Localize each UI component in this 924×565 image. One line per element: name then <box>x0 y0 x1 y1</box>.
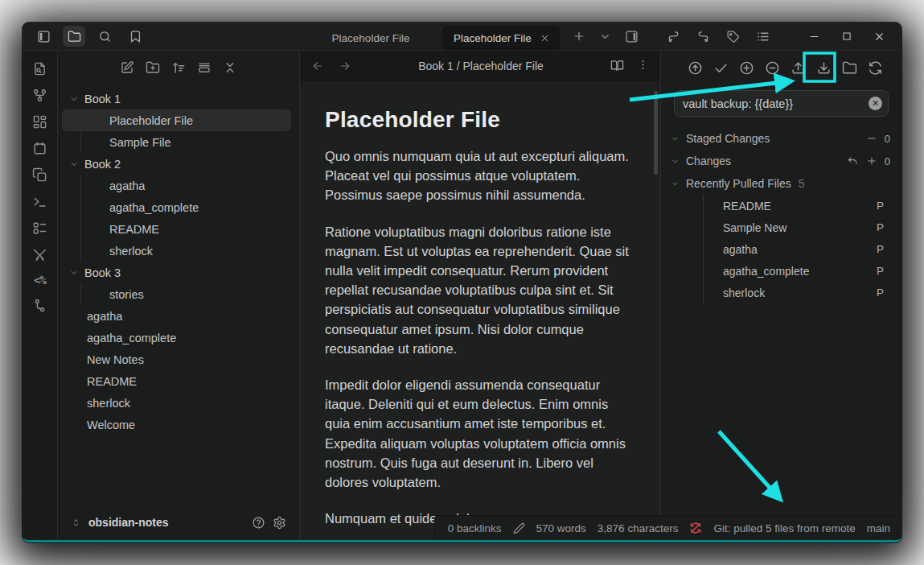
git-branch: main <box>867 522 890 534</box>
tags-button[interactable] <box>726 30 740 43</box>
new-note-button[interactable] <box>120 60 134 75</box>
editor-scrollbar[interactable] <box>654 91 658 175</box>
new-tab-button[interactable] <box>573 30 585 43</box>
tree-file[interactable]: sherlock <box>81 240 299 262</box>
maximize-button[interactable] <box>841 31 852 42</box>
pull-button[interactable] <box>816 60 832 76</box>
unstage-all-button[interactable] <box>765 60 780 76</box>
forward-button[interactable] <box>339 60 351 72</box>
file-label: agatha_complete <box>87 332 176 344</box>
tree-file[interactable]: agatha_complete <box>58 327 299 348</box>
templates-button[interactable] <box>32 167 47 183</box>
collapse-all-button[interactable] <box>223 60 237 75</box>
version-history-button[interactable] <box>32 298 47 313</box>
file-name: README <box>723 200 771 212</box>
tree-children: stories <box>80 283 299 305</box>
open-changed-files-button[interactable] <box>842 60 857 76</box>
graph-view-button[interactable] <box>32 88 47 103</box>
file-status-badge: P <box>877 221 884 233</box>
breadcrumb[interactable]: Book 1 / Placeholder File <box>351 60 610 72</box>
pulled-file-row[interactable]: agathaP <box>704 238 889 260</box>
panel-right-icon <box>625 30 639 43</box>
tree-folder[interactable]: Book 1 <box>58 88 299 109</box>
tree-file[interactable]: sherlock <box>58 392 299 414</box>
clear-input-button[interactable]: ✕ <box>869 97 882 110</box>
new-note-icon <box>120 60 134 75</box>
close-icon <box>873 31 885 43</box>
changes-header[interactable]: Changes 0 <box>671 150 890 172</box>
calendar-icon <box>32 141 47 156</box>
outgoing-link-button[interactable] <box>696 30 710 43</box>
backlinks-count[interactable]: 0 backlinks <box>448 522 502 534</box>
stage-section-button[interactable] <box>866 155 877 167</box>
incoming-link-button[interactable] <box>667 30 680 43</box>
edit-mode-indicator[interactable] <box>513 522 525 534</box>
vault-switcher-button[interactable] <box>71 518 81 528</box>
tree-folder[interactable]: Book 2 <box>58 153 299 175</box>
toggle-left-sidebar-button[interactable] <box>32 26 55 47</box>
tab-close-button[interactable] <box>537 31 552 45</box>
tree-file[interactable]: New Notes <box>58 348 299 370</box>
commit-button[interactable] <box>713 60 729 76</box>
branch-icon <box>32 298 47 313</box>
minimize-button[interactable] <box>808 31 820 43</box>
folder-icon <box>68 30 81 43</box>
view-toggle-button[interactable] <box>197 60 211 75</box>
files-tab-button[interactable] <box>63 26 85 47</box>
tree-file[interactable]: agatha_complete <box>81 196 299 218</box>
commit-message-input[interactable] <box>674 90 889 117</box>
new-folder-button[interactable] <box>146 60 160 75</box>
tree-file[interactable]: agatha <box>58 305 299 327</box>
tab-active[interactable]: Placeholder File <box>442 26 560 50</box>
pulled-file-row[interactable]: sherlockP <box>704 282 889 303</box>
terminal-button[interactable] <box>32 194 47 209</box>
search-tab-button[interactable] <box>93 26 116 47</box>
daily-note-button[interactable] <box>32 141 47 156</box>
help-button[interactable] <box>252 516 265 530</box>
toggle-right-sidebar-button[interactable] <box>625 30 639 43</box>
commit-message-wrap: ✕ <box>674 90 889 117</box>
stage-all-button[interactable] <box>739 60 754 76</box>
pulled-file-row[interactable]: Sample NewP <box>704 217 889 238</box>
discard-section-button[interactable] <box>847 155 859 167</box>
pulled-files-list: READMEP Sample NewP agathaP agatha_compl… <box>703 195 889 303</box>
tree-file[interactable]: stories <box>81 283 299 305</box>
file-label: agatha_complete <box>109 201 199 214</box>
tab-list-dropdown-button[interactable] <box>599 31 611 43</box>
bookmark-icon <box>129 30 142 43</box>
more-options-button[interactable] <box>637 59 649 74</box>
note-content[interactable]: Placeholder File Quo omnis numquam quia … <box>300 81 660 540</box>
close-window-button[interactable] <box>873 31 885 43</box>
bookmarks-tab-button[interactable] <box>124 26 146 47</box>
outline-button[interactable] <box>756 30 770 43</box>
refresh-button[interactable] <box>868 60 883 76</box>
tree-file[interactable]: Sample File <box>81 131 299 153</box>
tools-button[interactable] <box>32 247 47 262</box>
reading-mode-button[interactable] <box>610 59 624 74</box>
tree-file[interactable]: README <box>81 218 299 240</box>
commit-and-sync-button[interactable] <box>688 60 703 76</box>
staged-changes-header[interactable]: Staged Changes 0 <box>671 127 890 150</box>
tree-file[interactable]: agatha <box>81 175 299 196</box>
tab-inactive-label: Placeholder File <box>332 32 410 44</box>
tree-file[interactable]: README <box>58 370 299 392</box>
settings-button[interactable] <box>273 516 286 530</box>
sort-icon <box>171 60 186 75</box>
recently-pulled-header[interactable]: Recently Pulled Files5 <box>671 172 890 195</box>
templater-button[interactable]: <% <box>34 274 46 287</box>
command-palette-button[interactable] <box>32 221 47 236</box>
vault-name[interactable]: obsidian-notes <box>88 516 169 529</box>
push-button[interactable] <box>791 60 806 76</box>
tree-file-selected[interactable]: Placeholder File <box>81 109 299 131</box>
canvas-button[interactable] <box>32 114 47 130</box>
pulled-file-row[interactable]: READMEP <box>704 195 889 217</box>
pulled-file-row[interactable]: agatha_completeP <box>704 260 889 282</box>
back-button[interactable] <box>311 60 324 72</box>
unstage-section-button[interactable] <box>866 133 877 144</box>
tree-folder[interactable]: Book 3 <box>58 262 299 283</box>
quick-switcher-button[interactable] <box>32 61 47 76</box>
tree-file[interactable]: Welcome <box>58 414 299 435</box>
tab-inactive[interactable]: Placeholder File <box>299 26 442 50</box>
sort-order-button[interactable] <box>171 60 186 75</box>
titlebar: Placeholder File Placeholder File <box>23 23 901 50</box>
